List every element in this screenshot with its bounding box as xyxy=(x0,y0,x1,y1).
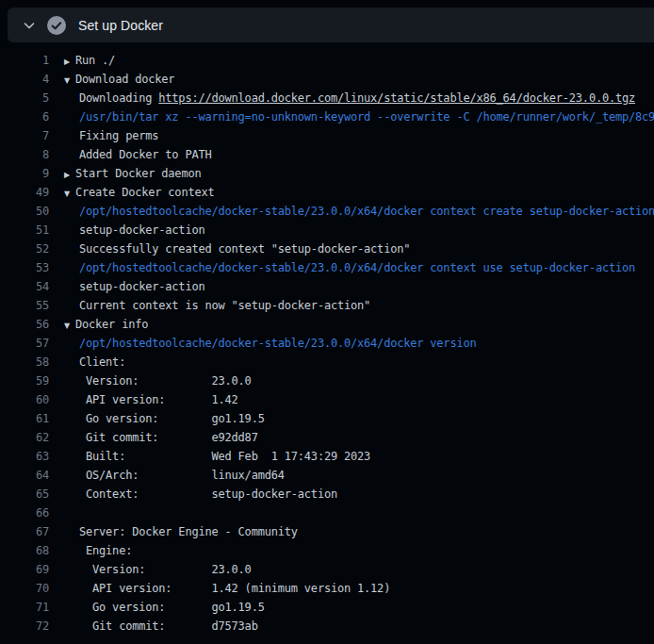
log-line: 51setup-docker-action xyxy=(0,221,654,239)
triangle-right-icon[interactable]: ▶ xyxy=(64,166,75,183)
log-line: 49▼Create Docker context xyxy=(0,183,654,202)
line-number[interactable]: 1 xyxy=(0,51,49,70)
actions-log-page: { "colors": { "page_bg": "#02050a", "hea… xyxy=(0,0,654,644)
line-number[interactable]: 65 xyxy=(0,485,49,504)
line-number[interactable]: 53 xyxy=(0,258,49,277)
log-group-title: Download docker xyxy=(75,73,174,86)
log-text: Successfully created context "setup-dock… xyxy=(49,239,410,258)
line-number[interactable]: 66 xyxy=(0,504,49,522)
log-text: Context: setup-docker-action xyxy=(49,485,337,504)
log-text: Go version: go1.19.5 xyxy=(49,409,265,428)
log-text-prefix: Downloading xyxy=(79,91,158,105)
log-line: 6/usr/bin/tar xz --warning=no-unknown-ke… xyxy=(0,107,654,126)
line-number[interactable]: 72 xyxy=(0,617,49,636)
log-text: Go version: go1.19.5 xyxy=(49,598,265,617)
check-circle-icon xyxy=(47,16,66,35)
log-text: Downloading https://download.docker.com/… xyxy=(49,89,635,107)
log-url-link[interactable]: https://download.docker.com/linux/static… xyxy=(158,91,635,105)
line-number[interactable]: 4 xyxy=(0,70,49,89)
log-line: 5Downloading https://download.docker.com… xyxy=(0,89,654,107)
line-number[interactable]: 55 xyxy=(0,296,49,315)
log-command: /opt/hostedtoolcache/docker-stable/23.0.… xyxy=(49,202,654,221)
triangle-down-icon[interactable]: ▼ xyxy=(64,185,75,202)
line-number[interactable]: 63 xyxy=(0,447,49,466)
line-number[interactable]: 52 xyxy=(0,239,49,258)
log-line: 1▶Run ./ xyxy=(0,51,654,70)
line-number[interactable]: 60 xyxy=(0,390,49,409)
log-group-title: Start Docker daemon xyxy=(75,167,201,180)
log-group-header[interactable]: ▶Run ./ xyxy=(49,51,115,70)
line-number[interactable]: 51 xyxy=(0,221,49,239)
log-text: API version: 1.42 xyxy=(49,390,238,409)
log-line: 72 Git commit: d7573ab xyxy=(0,617,654,636)
log-text: Added Docker to PATH xyxy=(49,145,212,164)
line-number[interactable]: 58 xyxy=(0,353,49,372)
log-text xyxy=(49,504,79,522)
log-line: 69 Version: 23.0.0 xyxy=(0,560,654,579)
line-number[interactable]: 64 xyxy=(0,466,49,485)
triangle-down-icon[interactable]: ▼ xyxy=(64,72,75,89)
log-group-header[interactable]: ▼Download docker xyxy=(49,70,174,89)
line-number[interactable]: 50 xyxy=(0,202,49,221)
log-group-title: Create Docker context xyxy=(75,186,215,199)
log-group-header[interactable]: ▼Create Docker context xyxy=(49,183,215,202)
log-command: /opt/hostedtoolcache/docker-stable/23.0.… xyxy=(49,258,635,277)
line-number[interactable]: 7 xyxy=(0,126,49,145)
triangle-right-icon[interactable]: ▶ xyxy=(64,53,75,70)
log-line: 68 Engine: xyxy=(0,541,654,560)
log-line: 61 Go version: go1.19.5 xyxy=(0,409,654,428)
line-number[interactable]: 70 xyxy=(0,579,49,598)
line-number[interactable]: 57 xyxy=(0,334,49,353)
log-text: Built: Wed Feb 1 17:43:29 2023 xyxy=(49,447,370,466)
log-line: 56▼Docker info xyxy=(0,315,654,334)
log-text: Engine: xyxy=(49,541,132,560)
log-line: 9▶Start Docker daemon xyxy=(0,164,654,183)
log-line: 58Client: xyxy=(0,353,654,372)
triangle-down-icon[interactable]: ▼ xyxy=(64,317,75,334)
log-lines: 1▶Run ./4▼Download docker5Downloading ht… xyxy=(0,42,654,644)
log-group-header[interactable]: ▼Docker info xyxy=(49,315,148,334)
log-text: Git commit: d7573ab xyxy=(49,617,258,636)
line-number[interactable]: 61 xyxy=(0,409,49,428)
line-number[interactable]: 59 xyxy=(0,372,49,390)
log-group-header[interactable]: ▶Start Docker daemon xyxy=(49,164,201,183)
log-line: 50/opt/hostedtoolcache/docker-stable/23.… xyxy=(0,202,654,221)
log-group-title: Docker info xyxy=(75,318,148,331)
log-text: Version: 23.0.0 xyxy=(49,560,252,579)
line-number[interactable]: 69 xyxy=(0,560,49,579)
log-line: 7Fixing perms xyxy=(0,126,654,145)
log-command: /opt/hostedtoolcache/docker-stable/23.0.… xyxy=(49,334,476,353)
log-line: 57/opt/hostedtoolcache/docker-stable/23.… xyxy=(0,334,654,353)
log-text: Git commit: e92dd87 xyxy=(49,428,258,447)
log-text: setup-docker-action xyxy=(49,221,204,239)
log-command: /usr/bin/tar xz --warning=no-unknown-key… xyxy=(49,107,654,126)
chevron-down-icon[interactable] xyxy=(23,19,36,32)
line-number[interactable]: 71 xyxy=(0,598,49,617)
log-line: 59 Version: 23.0.0 xyxy=(0,372,654,390)
log-text: API version: 1.42 (minimum version 1.12) xyxy=(49,579,390,598)
log-line: 71 Go version: go1.19.5 xyxy=(0,598,654,617)
line-number[interactable]: 54 xyxy=(0,277,49,296)
line-number[interactable]: 62 xyxy=(0,428,49,447)
log-line: 60 API version: 1.42 xyxy=(0,390,654,409)
line-number[interactable]: 49 xyxy=(0,183,49,202)
log-line: 63 Built: Wed Feb 1 17:43:29 2023 xyxy=(0,447,654,466)
log-line: 55Current context is now "setup-docker-a… xyxy=(0,296,654,315)
line-number[interactable]: 5 xyxy=(0,89,49,107)
log-text: OS/Arch: linux/amd64 xyxy=(49,466,285,485)
log-line: 62 Git commit: e92dd87 xyxy=(0,428,654,447)
log-line: 66 xyxy=(0,504,654,522)
log-group-title: Run ./ xyxy=(75,54,115,67)
line-number[interactable]: 9 xyxy=(0,164,49,183)
log-text: Current context is now "setup-docker-act… xyxy=(49,296,370,315)
step-header[interactable]: Set up Docker xyxy=(8,8,654,42)
line-number[interactable]: 6 xyxy=(0,107,49,126)
log-text: Client: xyxy=(49,353,125,372)
log-line: 8Added Docker to PATH xyxy=(0,145,654,164)
log-text: Version: 23.0.0 xyxy=(49,372,252,390)
line-number[interactable]: 68 xyxy=(0,541,49,560)
line-number[interactable]: 8 xyxy=(0,145,49,164)
line-number[interactable]: 67 xyxy=(0,522,49,541)
line-number[interactable]: 56 xyxy=(0,315,49,334)
log-line: 70 API version: 1.42 (minimum version 1.… xyxy=(0,579,654,598)
